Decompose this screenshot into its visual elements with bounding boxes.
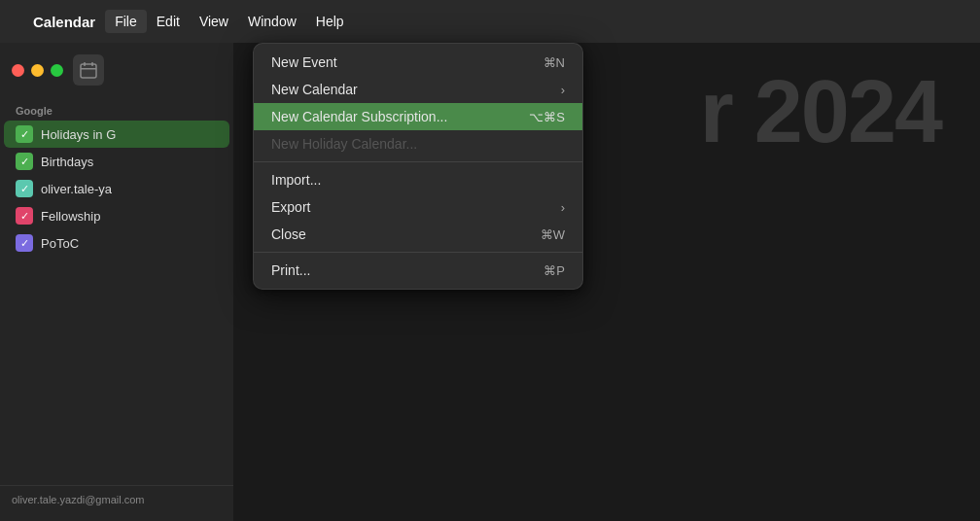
- menu-item-print[interactable]: Print... ⌘P: [254, 257, 582, 284]
- sidebar-footer-email: oliver.tale.yazdi@gmail.com: [0, 485, 233, 513]
- close-window-button[interactable]: [12, 64, 24, 77]
- holidays-checkbox[interactable]: ✓: [16, 125, 33, 143]
- menu-separator-1: [254, 161, 582, 162]
- menubar-item-help[interactable]: Help: [306, 10, 354, 33]
- menubar: Calendar File Edit View Window Help: [0, 0, 980, 43]
- sidebar-item-holidays[interactable]: ✓ Holidays in G: [4, 121, 229, 148]
- svg-rect-0: [81, 64, 96, 78]
- new-event-shortcut: ⌘N: [543, 55, 565, 70]
- menu-separator-2: [254, 252, 582, 253]
- new-calendar-arrow: ›: [561, 83, 565, 97]
- menu-item-new-event[interactable]: New Event ⌘N: [254, 49, 582, 76]
- menubar-item-window[interactable]: Window: [238, 10, 306, 33]
- sidebar-item-birthdays[interactable]: ✓ Birthdays: [4, 148, 229, 175]
- menu-item-new-holiday-calendar: New Holiday Calendar...: [254, 130, 582, 157]
- calendar-view-icon[interactable]: [73, 54, 104, 86]
- menu-item-new-calendar-subscription[interactable]: New Calendar Subscription... ⌥⌘S: [254, 103, 582, 130]
- maximize-window-button[interactable]: [51, 64, 63, 77]
- svg-rect-2: [91, 62, 93, 66]
- svg-rect-1: [84, 62, 86, 66]
- new-calendar-subscription-shortcut: ⌥⌘S: [529, 110, 565, 124]
- sidebar-item-oliver-label: oliver.tale-ya: [41, 182, 112, 196]
- export-arrow: ›: [561, 200, 565, 215]
- menubar-item-calendar[interactable]: Calendar: [23, 10, 105, 34]
- svg-rect-3: [81, 68, 96, 70]
- close-shortcut: ⌘W: [541, 227, 565, 242]
- birthdays-checkbox[interactable]: ✓: [16, 153, 33, 170]
- menubar-item-file[interactable]: File: [105, 10, 147, 33]
- potoc-checkbox[interactable]: ✓: [16, 234, 33, 252]
- sidebar: Google ✓ Holidays in G ✓ Birthdays ✓ oli…: [0, 43, 233, 521]
- sidebar-item-oliver[interactable]: ✓ oliver.tale-ya: [4, 175, 229, 202]
- menubar-item-view[interactable]: View: [190, 10, 238, 33]
- year-display: r 2024: [700, 62, 941, 162]
- menu-item-close[interactable]: Close ⌘W: [254, 221, 582, 248]
- minimize-window-button[interactable]: [31, 64, 44, 77]
- sidebar-top: [0, 51, 233, 93]
- sidebar-item-potoc[interactable]: ✓ PoToC: [4, 229, 229, 257]
- file-menu-dropdown: New Event ⌘N New Calendar › New Calendar…: [253, 43, 583, 290]
- sidebar-item-birthdays-label: Birthdays: [41, 155, 93, 169]
- dropdown-menu-container: New Event ⌘N New Calendar › New Calendar…: [253, 43, 583, 290]
- sidebar-item-holidays-label: Holidays in G: [41, 127, 116, 142]
- sidebar-section-google: Google: [0, 93, 233, 121]
- sidebar-item-fellowship-label: Fellowship: [41, 209, 100, 224]
- oliver-checkbox[interactable]: ✓: [16, 180, 33, 197]
- menubar-item-edit[interactable]: Edit: [147, 10, 190, 33]
- fellowship-checkbox[interactable]: ✓: [16, 207, 33, 225]
- print-shortcut: ⌘P: [543, 263, 565, 278]
- traffic-lights: [12, 64, 63, 77]
- menu-item-new-calendar[interactable]: New Calendar ›: [254, 76, 582, 103]
- menu-item-export[interactable]: Export ›: [254, 193, 582, 221]
- sidebar-item-potoc-label: PoToC: [41, 236, 79, 251]
- menu-item-import[interactable]: Import...: [254, 166, 582, 193]
- sidebar-item-fellowship[interactable]: ✓ Fellowship: [4, 202, 229, 229]
